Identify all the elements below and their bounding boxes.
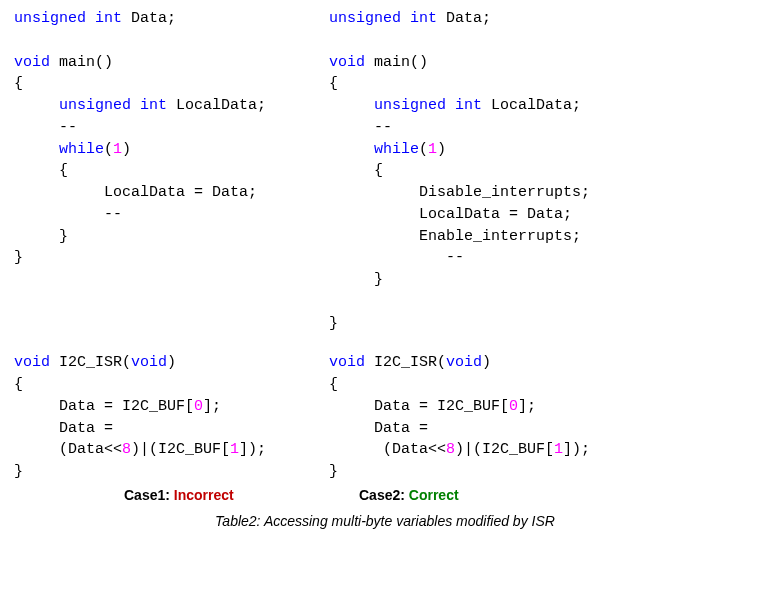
fn-main: main() — [365, 54, 428, 71]
kw-void: void — [329, 54, 365, 71]
code-line: )|(I2C_BUF[ — [455, 441, 554, 458]
num-1: 1 — [230, 441, 239, 458]
kw-while: while — [59, 141, 104, 158]
code-line: Data = — [329, 420, 428, 437]
kw-unsigned: unsigned — [329, 10, 401, 27]
num-1: 1 — [428, 141, 437, 158]
code-line: ]; — [518, 398, 536, 415]
kw-void: void — [131, 354, 167, 371]
kw-int: int — [455, 97, 482, 114]
brace-open: { — [329, 75, 338, 92]
brace-open: { — [329, 376, 338, 393]
table-caption: Table2: Accessing multi-byte variables m… — [14, 511, 756, 531]
fn-isr: I2C_ISR( — [365, 354, 446, 371]
pad — [14, 97, 59, 114]
brace-close: } — [329, 315, 338, 332]
pad — [14, 141, 59, 158]
ident-localdata: LocalData; — [482, 97, 581, 114]
num-8: 8 — [122, 441, 131, 458]
case-labels-row: Case1: Incorrect Case2: Correct — [14, 485, 756, 505]
case1-status: Incorrect — [174, 487, 234, 503]
paren: ) — [482, 354, 491, 371]
paren: ( — [104, 141, 113, 158]
brace-close: } — [329, 271, 383, 288]
kw-unsigned: unsigned — [374, 97, 446, 114]
brace-open: { — [14, 376, 23, 393]
code-right-main: unsigned int Data; void main() { unsigne… — [329, 8, 756, 334]
brace-close: } — [14, 463, 23, 480]
code-line: Enable_interrupts; — [329, 228, 581, 245]
kw-unsigned: unsigned — [14, 10, 86, 27]
brace-open: { — [14, 75, 23, 92]
kw-void: void — [446, 354, 482, 371]
kw-int: int — [410, 10, 437, 27]
paren: ( — [419, 141, 428, 158]
case1-prefix: Case1: — [124, 487, 174, 503]
case2-label: Case2: Correct — [329, 485, 756, 505]
code-top-row: unsigned int Data; void main() { unsigne… — [14, 8, 756, 334]
pad — [329, 97, 374, 114]
pad — [329, 141, 374, 158]
fn-isr: I2C_ISR( — [50, 354, 131, 371]
num-0: 0 — [509, 398, 518, 415]
code-line: LocalData = Data; — [329, 206, 572, 223]
code-left-main: unsigned int Data; void main() { unsigne… — [14, 8, 329, 313]
brace-close: } — [329, 463, 338, 480]
code-line: -- — [14, 206, 122, 223]
code-left-isr: void I2C_ISR(void) { Data = I2C_BUF[0]; … — [14, 352, 329, 483]
brace-open: { — [329, 162, 383, 179]
kw-void: void — [14, 354, 50, 371]
code-line: LocalData = Data; — [14, 184, 257, 201]
code-isr-row: void I2C_ISR(void) { Data = I2C_BUF[0]; … — [14, 352, 756, 483]
code-line: -- — [329, 249, 464, 266]
code-line: ]; — [203, 398, 221, 415]
code-line: Data = I2C_BUF[ — [329, 398, 509, 415]
code-line: ]); — [239, 441, 266, 458]
code-line: Data = — [14, 420, 113, 437]
brace-close: } — [14, 228, 68, 245]
brace-close: } — [14, 249, 23, 266]
code-line: Data = I2C_BUF[ — [14, 398, 194, 415]
paren: ) — [437, 141, 446, 158]
kw-while: while — [374, 141, 419, 158]
code-line: (Data<< — [329, 441, 446, 458]
kw-int: int — [95, 10, 122, 27]
code-line: )|(I2C_BUF[ — [131, 441, 230, 458]
fn-main: main() — [50, 54, 113, 71]
ident-localdata: LocalData; — [167, 97, 266, 114]
case2-status: Correct — [409, 487, 459, 503]
kw-void: void — [14, 54, 50, 71]
num-1: 1 — [113, 141, 122, 158]
kw-int: int — [140, 97, 167, 114]
num-0: 0 — [194, 398, 203, 415]
code-line: ]); — [563, 441, 590, 458]
case1-label: Case1: Incorrect — [14, 485, 329, 505]
code-line: Disable_interrupts; — [329, 184, 590, 201]
code-line: -- — [14, 119, 77, 136]
case2-prefix: Case2: — [359, 487, 409, 503]
num-1: 1 — [554, 441, 563, 458]
code-line: -- — [329, 119, 392, 136]
paren: ) — [167, 354, 176, 371]
paren: ) — [122, 141, 131, 158]
num-8: 8 — [446, 441, 455, 458]
brace-open: { — [14, 162, 68, 179]
kw-unsigned: unsigned — [59, 97, 131, 114]
code-line: (Data<< — [14, 441, 122, 458]
kw-void: void — [329, 354, 365, 371]
ident-data: Data; — [437, 10, 491, 27]
ident-data: Data; — [122, 10, 176, 27]
code-right-isr: void I2C_ISR(void) { Data = I2C_BUF[0]; … — [329, 352, 756, 483]
